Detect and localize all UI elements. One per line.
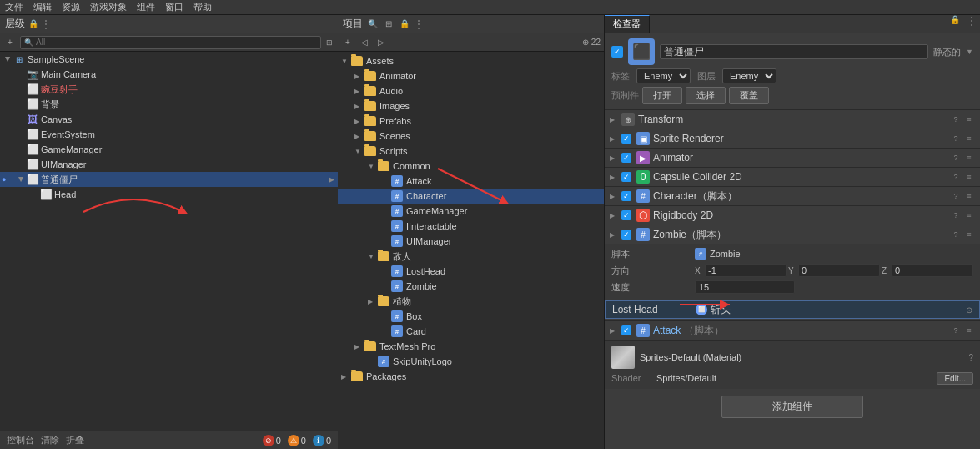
zombie-script-settings-icon[interactable]: ≡: [963, 229, 975, 240]
project-content[interactable]: ▼ Assets ▶ Animator ▶ Audio ▶ Images: [338, 52, 604, 449]
inspector-menu-icon[interactable]: ⋮: [963, 15, 980, 33]
folder-images[interactable]: ▶ Images: [338, 98, 604, 114]
character-help-icon[interactable]: ?: [950, 190, 962, 202]
hierarchy-lock-icon[interactable]: 🔒: [28, 19, 38, 28]
animator-help-icon[interactable]: ?: [950, 152, 962, 164]
folder-prefabs[interactable]: ▶ Prefabs: [338, 114, 604, 129]
tree-item-gamemanager[interactable]: ⬜ GameManager: [0, 142, 338, 157]
tree-item-eventsystem[interactable]: ⬜ EventSystem: [0, 127, 338, 142]
folder-textmesh[interactable]: ▶ TextMesh Pro: [338, 339, 604, 354]
folder-assets[interactable]: ▼ Assets: [338, 53, 604, 68]
character-settings-icon[interactable]: ≡: [963, 190, 975, 202]
collapse-btn[interactable]: 折叠: [66, 434, 84, 446]
menu-file[interactable]: 文件: [5, 1, 23, 13]
zombie-script-header[interactable]: ▶ ✓ # Zombie（脚本） ? ≡: [605, 225, 980, 244]
inspector-lock-icon[interactable]: 🔒: [947, 15, 963, 33]
tree-item-head[interactable]: ⬜ Head: [0, 187, 338, 202]
folder-audio[interactable]: ▶ Audio: [338, 83, 604, 98]
character-enabled[interactable]: ✓: [621, 191, 631, 201]
error-badge[interactable]: ⊘ 0: [263, 435, 281, 446]
menu-window[interactable]: 窗口: [165, 1, 183, 13]
script-attack[interactable]: # Attack: [338, 174, 604, 189]
tree-item-zombie[interactable]: ● ▶ ⬜ 普通僵尸 ▶: [0, 172, 338, 187]
hierarchy-menu-icon[interactable]: ⋮: [41, 18, 51, 30]
folder-plants[interactable]: ▶ 植物: [338, 294, 604, 309]
lost-head-expand-icon[interactable]: ⊙: [966, 305, 972, 315]
sprite-renderer-enabled[interactable]: ✓: [621, 134, 631, 144]
sprite-renderer-help-icon[interactable]: ?: [950, 133, 962, 144]
hierarchy-content[interactable]: ▶ ⊞ SampleScene 📷 Main Camera ⬜ 豌豆射手 ⬜ 背…: [0, 52, 338, 431]
menu-edit[interactable]: 编辑: [33, 1, 52, 13]
hierarchy-add-btn[interactable]: +: [3, 36, 17, 49]
attack-header[interactable]: ▶ ✓ # Attack （脚本） ? ≡: [605, 321, 980, 340]
static-dropdown-icon[interactable]: ▼: [966, 48, 973, 56]
folder-common[interactable]: ▼ Common: [338, 159, 604, 174]
animator-enabled[interactable]: ✓: [621, 153, 631, 163]
sprite-renderer-header[interactable]: ▶ ✓ ▣ Sprite Renderer ? ≡: [605, 129, 980, 148]
folder-animator[interactable]: ▶ Animator: [338, 68, 604, 83]
object-enabled-checkbox[interactable]: ✓: [611, 46, 623, 58]
animator-header[interactable]: ▶ ✓ ▶ Animator ? ≡: [605, 149, 980, 167]
script-box[interactable]: # Box: [338, 309, 604, 324]
menu-help[interactable]: 帮助: [193, 1, 212, 13]
transform-header[interactable]: ▶ ⊕ Transform ? ≡: [605, 110, 980, 129]
attack-help-icon[interactable]: ?: [950, 325, 962, 336]
clear-btn[interactable]: 清除: [41, 434, 59, 446]
script-gamemanager[interactable]: # GameManager: [338, 204, 604, 219]
rigidbody-help-icon[interactable]: ?: [950, 209, 962, 221]
project-back-btn[interactable]: ◁: [358, 36, 371, 49]
animator-settings-icon[interactable]: ≡: [963, 152, 975, 164]
object-name-input[interactable]: [660, 44, 928, 59]
tree-item-sample-scene[interactable]: ▶ ⊞ SampleScene: [0, 52, 338, 67]
zombie-script-help-icon[interactable]: ?: [950, 229, 962, 240]
add-component-btn[interactable]: 添加组件: [721, 396, 863, 418]
attack-settings-icon[interactable]: ≡: [963, 325, 975, 336]
tree-item-wandou[interactable]: ⬜ 豌豆射手: [0, 82, 338, 97]
warn-badge[interactable]: ⚠ 0: [288, 435, 306, 446]
rigidbody-enabled[interactable]: ✓: [621, 210, 631, 220]
inspector-tab[interactable]: 检查器: [605, 15, 650, 33]
project-forward-btn[interactable]: ▷: [374, 36, 388, 49]
hierarchy-search-box[interactable]: 🔍: [20, 36, 321, 49]
tree-arrow-sample-scene[interactable]: ▶: [3, 54, 13, 64]
preset-select-btn[interactable]: 选择: [686, 87, 726, 104]
folder-enemy[interactable]: ▼ 敌人: [338, 249, 604, 264]
project-add-btn[interactable]: +: [341, 36, 354, 49]
capsule-collider-header[interactable]: ▶ ✓ 0 Capsule Collider 2D ? ≡: [605, 168, 980, 186]
hierarchy-search-input[interactable]: [36, 38, 317, 47]
transform-settings-icon[interactable]: ≡: [963, 114, 975, 125]
tree-item-background[interactable]: ⬜ 背景: [0, 97, 338, 112]
script-skipunity[interactable]: # SkipUnityLogo: [338, 354, 604, 369]
script-iinteractable[interactable]: # IInteractable: [338, 219, 604, 234]
script-zombie[interactable]: # Zombie: [338, 279, 604, 294]
tree-item-uimanager[interactable]: ⬜ UIManager: [0, 157, 338, 172]
shader-edit-btn[interactable]: Edit...: [937, 372, 973, 385]
character-header[interactable]: ▶ ✓ # Character（脚本） ? ≡: [605, 187, 980, 205]
capsule-collider-help-icon[interactable]: ?: [950, 171, 962, 183]
attack-enabled[interactable]: ✓: [621, 325, 631, 335]
capsule-collider-settings-icon[interactable]: ≡: [963, 171, 975, 183]
project-grid-icon[interactable]: ⊞: [382, 18, 395, 31]
rigidbody-header[interactable]: ▶ ✓ ⬡ Rigidbody 2D ? ≡: [605, 206, 980, 224]
rigidbody-settings-icon[interactable]: ≡: [963, 209, 975, 221]
capsule-collider-enabled[interactable]: ✓: [621, 172, 631, 182]
menu-component[interactable]: 组件: [137, 1, 155, 13]
tree-item-canvas[interactable]: 🖼 Canvas: [0, 112, 338, 127]
zombie-script-enabled[interactable]: ✓: [621, 230, 631, 240]
preset-open-btn[interactable]: 打开: [642, 87, 682, 104]
project-lock-icon[interactable]: 🔒: [398, 18, 411, 31]
menu-gameobject[interactable]: 游戏对象: [90, 1, 127, 13]
project-menu-icon[interactable]: ⋮: [414, 18, 424, 30]
script-uimanager[interactable]: # UIManager: [338, 234, 604, 249]
transform-help-icon[interactable]: ?: [950, 114, 962, 125]
material-help-icon[interactable]: ?: [968, 353, 973, 362]
folder-scripts[interactable]: ▼ Scripts: [338, 144, 604, 159]
folder-packages[interactable]: ▶ Packages: [338, 369, 604, 384]
hierarchy-filter-btn[interactable]: ⊞: [324, 36, 334, 49]
preset-override-btn[interactable]: 覆盖: [729, 87, 769, 104]
script-card[interactable]: # Card: [338, 324, 604, 339]
menu-asset[interactable]: 资源: [62, 1, 80, 13]
script-character[interactable]: # Character: [338, 189, 604, 204]
project-search-icon[interactable]: 🔍: [366, 18, 379, 31]
tree-item-main-camera[interactable]: 📷 Main Camera: [0, 67, 338, 82]
